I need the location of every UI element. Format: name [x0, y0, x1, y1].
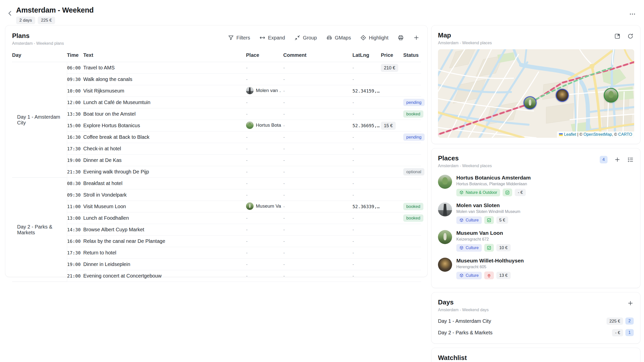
- place-list-item[interactable]: Molen van Sloten Molen van Sloten Windmi…: [438, 199, 634, 227]
- plan-time-cell: 16:30: [67, 131, 83, 143]
- table-row[interactable]: Day 2 - Parks & Markets 08:30 Breakfast …: [12, 178, 421, 189]
- plan-time-cell: 10:00: [67, 85, 83, 97]
- add-plan-button[interactable]: [413, 34, 420, 41]
- plan-time-cell: 12:00: [67, 97, 83, 108]
- plan-comment-cell: -: [283, 155, 352, 166]
- plan-place-cell: -: [246, 62, 283, 74]
- day-count-badge: 1: [625, 329, 634, 336]
- gmaps-button[interactable]: GMaps: [326, 34, 351, 41]
- osm-link[interactable]: OpenStreetMap: [584, 132, 612, 137]
- table-row[interactable]: 13:30 Boat tour on the Amstel - - - book…: [12, 108, 421, 120]
- highlight-button[interactable]: Highlight: [360, 34, 388, 41]
- place-list-item[interactable]: Hortus Botanicus Amsterdam Hortus Botani…: [438, 172, 634, 199]
- places-checklist-button[interactable]: [627, 156, 634, 163]
- table-row[interactable]: 13:00 Lunch at Foodhallen - - - booked: [12, 212, 421, 224]
- filters-button[interactable]: Filters: [228, 34, 250, 41]
- category-chip: Culture: [456, 216, 482, 224]
- plan-time-cell: 09:30: [67, 189, 83, 201]
- plan-status-cell: [403, 120, 421, 131]
- map-refresh-button[interactable]: [627, 33, 634, 39]
- plan-status-cell: optional: [403, 166, 421, 178]
- table-row[interactable]: 19:00 Dinner in Leidseplein - - -: [12, 259, 421, 270]
- plan-time-cell: 13:30: [67, 108, 83, 120]
- plan-text-cell: Browse Albert Cuyp Market: [83, 224, 246, 236]
- plan-time-cell: 21:30: [67, 166, 83, 178]
- plan-text-cell: Return to hotel: [83, 247, 246, 259]
- ellipsis-icon: [629, 11, 636, 18]
- table-row[interactable]: Day 1 - Amsterdam City 06:00 Travel to A…: [12, 62, 421, 74]
- day-list-item[interactable]: Day 1 - Amsterdam City 225 € 2: [438, 315, 634, 327]
- price-chip: 15 €: [381, 122, 396, 130]
- plan-text-cell: Evening concert at Concertgebouw: [83, 270, 246, 282]
- table-row[interactable]: 15:00 Explore Hortus Botanicus Hortus Bo…: [12, 120, 421, 131]
- plan-place-cell: -: [246, 108, 283, 120]
- plan-status-cell: pending: [403, 131, 421, 143]
- expand-box-icon: [614, 33, 621, 39]
- plan-text-cell: Visit Rijksmuseum: [83, 85, 246, 97]
- leaflet-link[interactable]: Leaflet: [564, 132, 576, 137]
- plan-latlng-cell: 52.34159,…: [352, 85, 381, 97]
- plans-toolbar: Filters Expand Group GMaps Highlight: [228, 34, 420, 41]
- table-row[interactable]: 17:30 Return to hotel - - -: [12, 247, 421, 259]
- group-button[interactable]: Group: [294, 34, 317, 41]
- plan-price-cell: [381, 131, 403, 143]
- day-list-item[interactable]: Day 2 - Parks & Markets - € 1: [438, 327, 634, 338]
- status-badge: booked: [403, 214, 423, 222]
- place-list-item[interactable]: Museum Willet-Holthuysen Herengracht 605…: [438, 255, 634, 282]
- place-list-item[interactable]: Museum Van Loon Keizersgracht 672 Cultur…: [438, 227, 634, 255]
- budget-chip: 225 €: [38, 17, 55, 24]
- days-panel: Days Amsterdam - Weekend days Day 1 - Am…: [431, 292, 640, 344]
- arrows-horizontal-icon: [259, 34, 266, 41]
- map-marker-museum-van-loon[interactable]: [524, 96, 537, 109]
- plan-status-cell: [403, 236, 421, 247]
- expand-button[interactable]: Expand: [259, 34, 285, 41]
- plan-latlng-cell: -: [352, 166, 381, 178]
- cube-icon: [459, 273, 464, 278]
- map-canvas[interactable]: Leaflet | © OpenStreetMap, © CARTO: [438, 49, 634, 138]
- back-button[interactable]: [6, 9, 15, 18]
- table-row[interactable]: 09:30 Walk along the canals - - -: [12, 74, 421, 85]
- plan-comment-cell: -: [283, 236, 352, 247]
- table-row[interactable]: 14:30 Browse Albert Cuyp Market - - -: [12, 224, 421, 236]
- places-subtitle: Amsterdam - Weekend places: [438, 164, 492, 168]
- plan-price-cell: [381, 178, 403, 189]
- group-label: Group: [303, 35, 317, 41]
- plan-place-cell: -: [246, 189, 283, 201]
- day-group-label: Day 1 - Amsterdam City: [12, 62, 67, 178]
- plan-text-cell: Evening walk through De Pijp: [83, 166, 246, 178]
- plan-latlng-cell: -: [352, 143, 381, 155]
- list-checks-icon: [627, 156, 634, 163]
- table-header-row: Day Time Text Place Comment LatLng Price…: [12, 49, 421, 62]
- table-row[interactable]: 16:00 Relax by the canal near De Plantag…: [12, 236, 421, 247]
- map-markers: [438, 49, 634, 138]
- col-place: Place: [246, 49, 283, 62]
- map-fullscreen-button[interactable]: [614, 33, 621, 39]
- plan-time-cell: 19:00: [67, 155, 83, 166]
- table-row[interactable]: 09:30 Stroll in Vondelpark - - -: [12, 189, 421, 201]
- table-row[interactable]: 17:30 Check-in at hotel - - -: [12, 143, 421, 155]
- plan-place-cell: -: [246, 97, 283, 108]
- map-marker-museum-willet-holthuysen[interactable]: [556, 89, 569, 102]
- print-button[interactable]: [397, 34, 404, 41]
- place-name: Molen van Sloten: [456, 202, 520, 208]
- place-name: Museum Va…: [256, 203, 281, 209]
- add-place-button[interactable]: [614, 156, 621, 163]
- table-row[interactable]: 16:30 Coffee break at Back to Black - - …: [12, 131, 421, 143]
- plan-latlng-cell: -: [352, 97, 381, 108]
- table-row[interactable]: 10:00 Visit Rijksmuseum Molen van … - 52…: [12, 85, 421, 97]
- visited-check-icon: [503, 189, 512, 196]
- carto-link[interactable]: CARTO: [618, 132, 632, 137]
- plan-price-cell: [381, 74, 403, 85]
- table-row[interactable]: 21:30 Evening walk through De Pijp - - -…: [12, 166, 421, 178]
- place-photo: [438, 258, 452, 272]
- plan-comment-cell: -: [283, 189, 352, 201]
- map-marker-hortus-botanicus[interactable]: [604, 88, 618, 103]
- col-price: Price: [381, 49, 403, 62]
- table-row[interactable]: 19:00 Dinner at De Kas - - -: [12, 155, 421, 166]
- table-row[interactable]: 12:00 Lunch at Café de Museumtuin - - - …: [12, 97, 421, 108]
- table-row[interactable]: 21:00 Evening concert at Concertgebouw -…: [12, 270, 421, 282]
- table-row[interactable]: 11:00 Visit Museum Loon Museum Va… - 52.…: [12, 201, 421, 212]
- plan-text-cell: Explore Hortus Botanicus: [83, 120, 246, 131]
- more-menu-button[interactable]: [627, 10, 638, 19]
- add-day-button[interactable]: [627, 300, 634, 306]
